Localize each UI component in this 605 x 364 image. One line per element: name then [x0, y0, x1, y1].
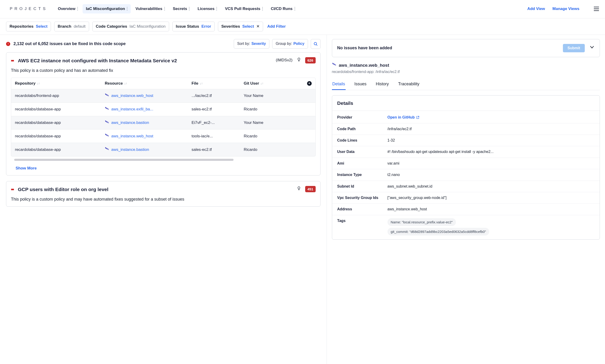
show-more-link[interactable]: Show More — [6, 164, 320, 175]
alert-icon: ! — [6, 42, 10, 46]
kebab-icon[interactable] — [262, 7, 263, 11]
hamburger-icon[interactable] — [594, 7, 599, 11]
details-value: #! /bin/bashsudo apt-get updatesudo apt-… — [388, 149, 594, 154]
sort-by-dropdown[interactable]: Sort by: Severity — [234, 39, 269, 48]
filter-label: Branch — [58, 24, 71, 29]
resource-path: recardolabs/frontend-app: /infra/iac/ec2… — [332, 69, 600, 74]
filter-chip-repositories[interactable]: RepositoriesSelect — [6, 22, 51, 31]
details-row: Code Path/infra/iac/ec2.tf — [332, 123, 600, 135]
kebab-icon[interactable] — [189, 7, 189, 11]
details-value: Open in GitHub — [388, 115, 594, 120]
filter-chip-severities[interactable]: SeveritiesSelect✕ — [218, 22, 263, 31]
cell-resource: aws_instance.bastion — [105, 147, 189, 153]
nav-tab-label: Licenses — [198, 6, 215, 12]
tags-container: Name: "local.resource_prefix.value-ec2"g… — [388, 218, 594, 235]
terraform-icon — [105, 133, 109, 139]
col-git-user[interactable]: Git User — [244, 81, 259, 86]
nav-tab-vulnerabilities[interactable]: Vulnerabilities — [132, 4, 168, 13]
table-row[interactable]: recardolabs/frontend-appaws_instance.web… — [11, 89, 316, 103]
submit-button[interactable]: Submit — [563, 44, 585, 52]
add-filter-button[interactable]: Add Filter — [266, 22, 287, 31]
nav-tab-ci-cd-runs[interactable]: CI/CD Runs — [268, 4, 298, 13]
nav-tab-label: Overview — [58, 6, 76, 12]
details-row: Amivar.ami — [332, 158, 600, 169]
table-row[interactable]: recardolabs/database-appaws_instance.exf… — [11, 103, 316, 116]
panel-tab-history[interactable]: History — [376, 79, 389, 90]
close-icon[interactable]: ✕ — [256, 24, 260, 29]
sort-by-value: Severity — [251, 41, 266, 46]
details-value: aws_instance.web_host — [388, 207, 594, 212]
col-repository[interactable]: Repository — [15, 81, 36, 86]
resource-link[interactable]: aws_instance.bastion — [111, 120, 149, 126]
filter-chip-code-categories[interactable]: Code CategoriesIaC Misconfiguration — [92, 22, 169, 31]
details-row: Subnet Idaws_subnet.web_subnet.id — [332, 181, 600, 192]
table-row[interactable]: recardolabs/database-appaws_instance.web… — [11, 130, 316, 143]
details-panel: No issues have been added Submit aws_ins… — [327, 35, 605, 364]
resource-link[interactable]: aws_instance.bastion — [111, 147, 149, 153]
details-table: ProviderOpen in GitHub Code Path/infra/i… — [332, 111, 600, 239]
filter-label: Issue Status — [176, 24, 199, 29]
details-key: Vpc Security Group Ids — [337, 195, 384, 200]
chevron-down-icon[interactable] — [590, 45, 594, 51]
nav-tab-iac-misconfiguration[interactable]: IaC Misconfiguration — [82, 4, 131, 13]
nav-tab-label: IaC Misconfiguration — [86, 6, 125, 12]
details-value: t2.nano — [388, 172, 594, 177]
details-row: User Data#! /bin/bashsudo apt-get update… — [332, 146, 600, 157]
details-card: Details ProviderOpen in GitHub Code Path… — [332, 95, 600, 240]
filter-value: Error — [202, 24, 211, 29]
col-resource[interactable]: Resource — [105, 81, 122, 86]
horizontal-scrollbar[interactable] — [14, 159, 234, 161]
add-view-link[interactable]: Add View — [527, 6, 545, 12]
details-key: Subnet Id — [337, 184, 384, 189]
kebab-icon[interactable] — [77, 7, 78, 11]
nav-tabs: OverviewIaC MisconfigurationVulnerabilit… — [55, 4, 525, 13]
panel-tab-traceability[interactable]: Traceability — [398, 79, 420, 90]
filter-bar: RepositoriesSelectBranchdefaultCode Cate… — [0, 18, 605, 35]
nav-tab-label: Secrets — [173, 6, 187, 12]
lightbulb-icon — [297, 57, 301, 63]
resource-link[interactable]: aws_instance.web_host — [111, 133, 153, 139]
submit-card: No issues have been added Submit — [332, 39, 600, 57]
nav-tab-licenses[interactable]: Licenses — [194, 4, 220, 13]
nav-tab-overview[interactable]: Overview — [55, 4, 81, 13]
cell-repository: recardolabs/database-app — [15, 120, 103, 126]
add-column-button[interactable]: + — [307, 81, 312, 86]
kebab-icon[interactable] — [127, 7, 127, 11]
cell-file: tools-iac/e... — [191, 133, 242, 139]
kebab-icon[interactable] — [216, 7, 217, 11]
terraform-icon — [105, 93, 109, 99]
details-key: Code Path — [337, 127, 384, 131]
details-value: var.ami — [388, 161, 594, 166]
resource-link[interactable]: aws_instance.web_host — [111, 93, 153, 99]
search-button[interactable] — [311, 39, 321, 49]
panel-tab-issues[interactable]: Issues — [354, 79, 367, 90]
filter-label: Severities — [221, 24, 240, 29]
col-file[interactable]: File — [191, 81, 198, 86]
resource-link[interactable]: aws_instance.exfil_ba... — [111, 106, 153, 112]
table-row[interactable]: recardolabs/database-appaws_instance.bas… — [11, 143, 316, 156]
tag-pill: git_commit: "d68d2897add9bc2203a5ed0632a… — [388, 228, 489, 235]
group-by-dropdown[interactable]: Group by: Policy — [272, 39, 308, 48]
filter-value: IaC Misconfiguration — [130, 24, 166, 29]
panel-tab-details[interactable]: Details — [332, 79, 346, 90]
filter-chip-issue-status[interactable]: Issue StatusError — [172, 22, 215, 31]
table-row[interactable]: recardolabs/database-appaws_instance.bas… — [11, 116, 316, 130]
nav-tab-secrets[interactable]: Secrets — [170, 4, 193, 13]
cell-file: Ei7vF_ec2-... — [191, 120, 242, 126]
filter-value: Select — [36, 24, 47, 29]
nav-tab-vcs-pull-requests[interactable]: VCS Pull Requests — [222, 4, 266, 13]
kebab-icon[interactable] — [295, 7, 295, 11]
details-key: Tags — [337, 218, 384, 223]
cell-git-user: Ricardo — [244, 133, 294, 139]
policy-description: This policy is a custom policy and may h… — [6, 195, 320, 207]
open-in-github-link[interactable]: Open in GitHub — [388, 115, 419, 120]
policy-subtitle: (IMDSv2) — [276, 57, 293, 63]
details-key: Provider — [337, 115, 384, 120]
manage-views-link[interactable]: Manage Views — [552, 6, 579, 12]
filter-chip-branch[interactable]: Branchdefault — [54, 22, 89, 31]
kebab-icon[interactable] — [164, 7, 165, 11]
issue-count-badge: 451 — [305, 186, 316, 192]
filter-label: Code Categories — [96, 24, 127, 29]
policy-description: This policy is a custom policy and has a… — [6, 66, 320, 78]
filter-value: default — [74, 24, 86, 29]
